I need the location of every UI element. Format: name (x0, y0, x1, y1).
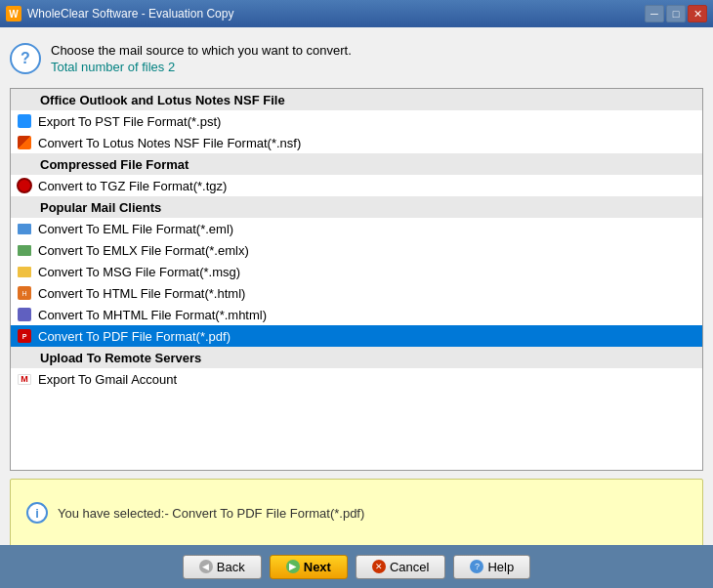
category-office-label: Office Outlook and Lotus Notes NSF File (40, 93, 285, 107)
help-button[interactable]: ? Help (453, 555, 530, 579)
eml-label: Convert To EML File Format(*.eml) (38, 222, 233, 236)
msg-icon (17, 264, 32, 279)
pdf-icon: P (17, 328, 32, 344)
nsf-label: Convert To Lotus Notes NSF File Format(*… (38, 136, 301, 150)
list-item-emlx[interactable]: Convert To EMLX File Format(*.emlx) (11, 239, 702, 261)
category-office: Office Outlook and Lotus Notes NSF File (11, 89, 702, 110)
gmail-label: Export To Gmail Account (38, 372, 177, 387)
list-item-eml[interactable]: Convert To EML File Format(*.eml) (11, 218, 702, 239)
format-list-container: Office Outlook and Lotus Notes NSF File … (10, 88, 703, 471)
window-body: ? Choose the mail source to which you wa… (0, 27, 713, 588)
next-button[interactable]: ▶ Next (270, 555, 348, 579)
emlx-label: Convert To EMLX File Format(*.emlx) (38, 243, 249, 258)
maximize-button[interactable]: □ (666, 5, 686, 22)
selection-info-icon: i (26, 502, 48, 524)
pst-icon (17, 113, 32, 129)
close-button[interactable]: ✕ (688, 5, 707, 22)
header-text: Choose the mail source to which you want… (51, 43, 352, 74)
back-label: Back (217, 560, 245, 574)
category-office-icon (19, 92, 34, 107)
app-icon: W (6, 6, 21, 21)
category-popular-label: Popular Mail Clients (40, 200, 161, 215)
header-main-text: Choose the mail source to which you want… (51, 43, 352, 58)
pst-label: Export To PST File Format(*.pst) (38, 114, 221, 129)
list-item-tgz[interactable]: Convert to TGZ File Format(*.tgz) (11, 175, 702, 196)
cancel-label: Cancel (390, 560, 429, 574)
next-label: Next (304, 560, 331, 574)
category-popular-icon (19, 199, 34, 215)
gmail-icon: M (17, 371, 32, 387)
msg-label: Convert To MSG File Format(*.msg) (38, 265, 240, 279)
window-controls[interactable]: ─ □ ✕ (645, 5, 707, 22)
category-remote-icon (19, 350, 34, 365)
list-item-msg[interactable]: Convert To MSG File Format(*.msg) (11, 261, 702, 282)
list-item-mhtml[interactable]: Convert To MHTML File Format(*.mhtml) (11, 304, 702, 325)
header-info-icon: ? (10, 43, 41, 74)
pdf-label: Convert To PDF File Format(*.pdf) (38, 329, 231, 344)
title-bar-left: W WholeClear Software - Evaluation Copy (6, 6, 233, 21)
selection-info-box: i You have selected:- Convert To PDF Fil… (10, 479, 703, 547)
category-popular: Popular Mail Clients (11, 196, 702, 218)
html-icon: H (17, 285, 32, 301)
category-remote: Upload To Remote Servers (11, 347, 702, 368)
format-list-scroll[interactable]: Office Outlook and Lotus Notes NSF File … (11, 89, 702, 470)
tgz-icon (17, 178, 32, 193)
window-title: WholeClear Software - Evaluation Copy (27, 7, 233, 21)
help-icon: ? (470, 560, 483, 573)
cancel-icon: ✕ (372, 560, 386, 573)
eml-icon (17, 221, 32, 236)
list-item-pdf[interactable]: P Convert To PDF File Format(*.pdf) (11, 325, 702, 347)
help-label: Help (487, 560, 514, 574)
nsf-icon (17, 135, 32, 150)
list-item-html[interactable]: H Convert To HTML File Format(*.html) (11, 282, 702, 304)
mhtml-label: Convert To MHTML File Format(*.mhtml) (38, 308, 267, 322)
category-compressed-icon (19, 156, 34, 172)
back-icon: ◀ (199, 560, 213, 573)
header-section: ? Choose the mail source to which you wa… (10, 37, 703, 80)
list-item-pst[interactable]: Export To PST File Format(*.pst) (11, 110, 702, 132)
category-remote-label: Upload To Remote Servers (40, 351, 201, 365)
category-compressed-label: Compressed File Format (40, 157, 189, 172)
next-icon: ▶ (286, 560, 300, 573)
html-label: Convert To HTML File Format(*.html) (38, 286, 245, 301)
minimize-button[interactable]: ─ (645, 5, 664, 22)
header-sub-text: Total number of files 2 (51, 60, 352, 74)
tgz-label: Convert to TGZ File Format(*.tgz) (38, 179, 227, 193)
list-item-nsf[interactable]: Convert To Lotus Notes NSF File Format(*… (11, 132, 702, 153)
mhtml-icon (17, 307, 32, 322)
list-item-gmail[interactable]: M Export To Gmail Account (11, 368, 702, 390)
selection-text: You have selected:- Convert To PDF File … (58, 506, 364, 521)
title-bar: W WholeClear Software - Evaluation Copy … (0, 0, 713, 27)
emlx-icon (17, 242, 32, 258)
category-compressed: Compressed File Format (11, 153, 702, 175)
cancel-button[interactable]: ✕ Cancel (356, 555, 445, 579)
button-bar: ◀ Back ▶ Next ✕ Cancel ? Help (0, 545, 713, 588)
back-button[interactable]: ◀ Back (183, 555, 262, 579)
